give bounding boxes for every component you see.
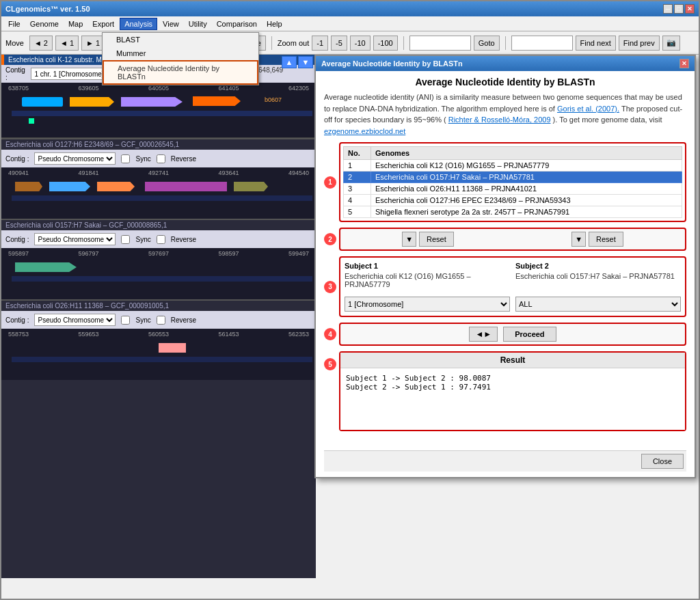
ani-link2[interactable]: Richter & Rosselló-Móra, 2009	[448, 115, 551, 124]
gene-large1	[121, 97, 183, 107]
section4-box: ◄► Proceed	[339, 323, 686, 346]
maximize-button[interactable]: □	[674, 4, 684, 14]
gene-442	[145, 182, 227, 191]
track-2-reverse-check[interactable]	[157, 154, 165, 163]
reset-btn-2[interactable]: Reset	[589, 232, 623, 247]
track-2-sync-check[interactable]	[121, 154, 130, 163]
move-label: Move	[5, 39, 24, 47]
genome-row-1[interactable]: 1 Escherichia coli K12 (O16) MG1655 – PR…	[344, 160, 682, 172]
menu-map[interactable]: Map	[64, 18, 87, 29]
col-no: No.	[344, 147, 371, 160]
track-3-sync-label: Sync	[135, 236, 150, 243]
gene-b0605	[22, 97, 63, 107]
track-3-sync-check[interactable]	[121, 235, 130, 244]
nav-btn[interactable]: ◄►	[469, 327, 498, 342]
content-area: Escherichia coli K-12 substr. MG1655 – G…	[1, 55, 699, 578]
find-input[interactable]	[511, 36, 573, 51]
menu-help[interactable]: Help	[262, 18, 286, 29]
track-4-sync-label: Sync	[135, 316, 150, 324]
track-4-contig-select[interactable]: Pseudo Chromosome	[34, 314, 116, 326]
gene-b0607-label: b0607	[265, 96, 282, 103]
goto-input[interactable]	[409, 36, 471, 51]
ani-link3[interactable]: ezgenome.ezbioclod.net	[324, 127, 405, 135]
subject2-box: Subject 2 Escherichia coli O157:H7 Sakai…	[515, 262, 681, 312]
find-prev-button[interactable]: Find prev	[619, 36, 660, 51]
camera-button[interactable]: 📷	[662, 36, 680, 51]
gene-440	[49, 182, 90, 191]
ani-menu-item[interactable]: Average Nucleotide Identity by BLASTn	[103, 60, 258, 85]
analysis-dropdown: BLAST Mummer Average Nucleotide Identity…	[102, 32, 259, 85]
track-1-canvas: 638705 639605 640505 641405 642305 b0607	[1, 83, 316, 134]
menu-genome[interactable]: Genome	[26, 18, 63, 29]
minimize-button[interactable]: ─	[663, 4, 673, 14]
dropdown-btn-2[interactable]: ▼	[571, 232, 586, 247]
section3-box: Subject 1 Escherichia coli K12 (O16) MG1…	[339, 256, 686, 317]
move-btn-back2[interactable]: ◄ 2	[29, 36, 53, 51]
section5-badge: 5	[324, 358, 336, 370]
section2-badge: 2	[324, 233, 336, 245]
subject1-select[interactable]: 1 [Chromosome]	[345, 297, 510, 312]
move-btn-back1[interactable]: ◄ 1	[55, 36, 79, 51]
find-next-button[interactable]: Find next	[576, 36, 616, 51]
move-btn-fwd1[interactable]: ► 1	[81, 36, 105, 51]
close-window-button[interactable]: ✕	[685, 4, 695, 14]
ani-dialog-close-btn[interactable]: ✕	[679, 59, 689, 68]
track-4-reverse-check[interactable]	[157, 316, 165, 325]
gene-ecs0542	[15, 262, 77, 272]
zoom-out-100[interactable]: -100	[373, 36, 398, 51]
proceed-button[interactable]: Proceed	[503, 327, 556, 342]
track-3-contig-select[interactable]: Pseudo Chromosome	[34, 233, 116, 245]
title-bar-buttons: ─ □ ✕	[663, 4, 695, 14]
genome-row-5[interactable]: 5 Shigella flexneri serotype 2a 2a str. …	[344, 206, 682, 218]
ani-close-button[interactable]: Close	[641, 454, 684, 469]
track-4-canvas: 558753559653560553561453562353	[1, 329, 316, 380]
dropdown-btn-1[interactable]: ▼	[402, 232, 416, 247]
section5-wrapper: 5 Result Subject 1 -> Subject 2 : 98.008…	[339, 351, 686, 431]
menu-view[interactable]: View	[159, 18, 183, 29]
menu-analysis[interactable]: Analysis	[120, 18, 157, 30]
track-3: Escherichia coli O157:H7 Sakai – GCF_000…	[1, 219, 316, 299]
subjects-row: Subject 1 Escherichia coli K12 (O16) MG1…	[345, 262, 681, 312]
genome-row-4[interactable]: 4 Escherichia coli O127:H6 EPEC E2348/69…	[344, 195, 682, 206]
section3-wrapper: 3 Subject 1 Escherichia coli K12 (O16) M…	[339, 256, 686, 317]
track-4-sync-check[interactable]	[121, 316, 130, 325]
ani-link1[interactable]: Goris et al. (2007).	[557, 105, 619, 113]
track-2-header: Escherichia coli O127:H6 E2348/69 – GCF_…	[1, 138, 316, 150]
ani-dialog-title-bar: Average Nucleotide Identity by BLASTn ✕	[316, 56, 695, 71]
track-4-reverse-label: Reverse	[171, 316, 196, 324]
menu-export[interactable]: Export	[88, 18, 118, 29]
reset-btn-1[interactable]: Reset	[419, 232, 454, 247]
track-1-down-btn[interactable]: ▼	[298, 56, 313, 68]
small-block1	[29, 118, 34, 124]
section3-badge: 3	[324, 281, 336, 293]
goto-button[interactable]: Goto	[474, 36, 500, 51]
ani-dialog-title: Average Nucleotide Identity by BLASTn	[321, 59, 463, 68]
track-2-canvas: 490941491841492741493641494540	[1, 167, 316, 219]
genome-row-3[interactable]: 3 Escherichia coli O26:H11 11368 – PRJNA…	[344, 183, 682, 195]
track-4-baseline	[12, 357, 312, 362]
blast-menu-item[interactable]: BLAST	[103, 33, 258, 46]
subject1-box: Subject 1 Escherichia coli K12 (O16) MG1…	[345, 262, 510, 312]
zoom-out-1[interactable]: -1	[312, 36, 328, 51]
subject1-label: Subject 1	[345, 262, 510, 270]
track-4-controls: Contig : Pseudo Chromosome Sync Reverse	[1, 311, 316, 329]
subject2-select[interactable]: ALL	[515, 297, 681, 312]
menu-file[interactable]: File	[4, 18, 25, 29]
zoom-out-10[interactable]: -10	[350, 36, 371, 51]
genome-row-2[interactable]: 2 Escherichia coli O157:H7 Sakai – PRJNA…	[344, 172, 682, 183]
menu-comparison[interactable]: Comparison	[213, 18, 261, 29]
ani-dialog: Average Nucleotide Identity by BLASTn ✕ …	[314, 55, 696, 478]
separator4	[505, 36, 506, 50]
mummer-menu-item[interactable]: Mummer	[103, 46, 258, 60]
menu-utility[interactable]: Utility	[185, 18, 211, 29]
track-2-contig-select[interactable]: Pseudo Chromosome	[34, 152, 116, 165]
separator3	[403, 36, 404, 50]
reset-group-1: ▼ Reset	[402, 232, 454, 247]
zoom-out-label: Zoom out	[278, 39, 309, 47]
main-window: CLgenomics™ ver. 1.50 ─ □ ✕ File Genome …	[0, 0, 700, 600]
separator2	[271, 36, 272, 50]
track-3-reverse-check[interactable]	[157, 235, 165, 244]
track-2-sync-label: Sync	[135, 155, 150, 163]
zoom-out-5[interactable]: -5	[331, 36, 347, 51]
track-1-up-btn[interactable]: ▲	[282, 56, 297, 68]
